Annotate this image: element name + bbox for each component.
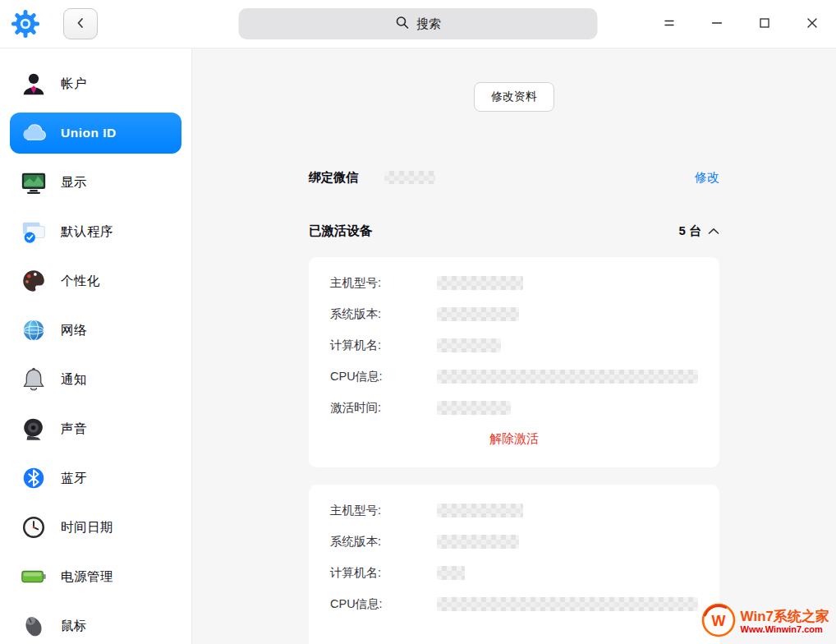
sidebar-item-label: 网络 bbox=[61, 322, 87, 339]
titlebar: 搜索 bbox=[0, 0, 836, 48]
battery-icon bbox=[18, 561, 49, 592]
menu-icon bbox=[663, 17, 676, 31]
palette-icon bbox=[18, 265, 49, 297]
menu-button[interactable] bbox=[645, 0, 693, 48]
bell-icon bbox=[18, 364, 49, 395]
device-field-row: 计算机名: bbox=[330, 338, 698, 352]
sidebar-item-account[interactable]: 帐户 bbox=[10, 63, 181, 104]
svg-text:W: W bbox=[711, 613, 725, 629]
clock-icon bbox=[18, 512, 49, 543]
device-field-row: 系统版本: bbox=[330, 534, 698, 549]
chevron-up-icon[interactable] bbox=[708, 228, 719, 235]
device-field-row: 系统版本: bbox=[330, 306, 698, 321]
minimize-icon bbox=[711, 17, 723, 31]
sidebar-item-label: 电源管理 bbox=[61, 568, 113, 586]
sidebar-item-personalization[interactable]: 个性化 bbox=[10, 260, 181, 301]
window-controls bbox=[645, 0, 836, 48]
redacted-value bbox=[437, 597, 698, 611]
sidebar-item-union-id[interactable]: Union ID bbox=[10, 113, 181, 154]
close-button[interactable] bbox=[788, 0, 836, 48]
cloud-icon bbox=[18, 117, 49, 149]
sidebar-item-sound[interactable]: 声音 bbox=[10, 408, 181, 449]
redacted-value bbox=[437, 535, 519, 549]
bluetooth-icon bbox=[18, 462, 49, 494]
sidebar-item-bluetooth[interactable]: 蓝牙 bbox=[10, 458, 181, 499]
redacted-value bbox=[437, 338, 501, 352]
mouse-icon bbox=[18, 610, 49, 642]
device-field-label: CPU信息: bbox=[330, 369, 420, 384]
minimize-button[interactable] bbox=[693, 0, 741, 48]
sidebar-item-label: 帐户 bbox=[61, 76, 87, 93]
device-field-label: CPU信息: bbox=[330, 596, 420, 612]
search-icon bbox=[395, 16, 409, 32]
maximize-button[interactable] bbox=[741, 0, 788, 48]
sidebar-item-label: 默认程序 bbox=[61, 223, 113, 241]
device-field-label: 激活时间: bbox=[330, 400, 420, 416]
device-field-row: 激活时间: bbox=[330, 400, 698, 415]
sidebar-item-display[interactable]: 显示 bbox=[10, 162, 181, 203]
sidebar-item-datetime[interactable]: 时间日期 bbox=[10, 507, 181, 548]
sidebar-item-default-apps[interactable]: 默认程序 bbox=[10, 211, 181, 252]
redacted-value bbox=[437, 566, 465, 580]
redacted-value bbox=[437, 276, 523, 290]
sidebar: 帐户 Union ID 显示 bbox=[0, 48, 192, 644]
watermark: W Win7系统之家 Www.Winwin7.com bbox=[701, 603, 829, 641]
redacted-value bbox=[384, 171, 435, 184]
winwin7-logo: W bbox=[701, 603, 736, 641]
device-field-label: 计算机名: bbox=[330, 338, 420, 353]
device-card: 主机型号: 系统版本: 计算机名: CPU信息: bbox=[309, 485, 719, 644]
chevron-left-icon bbox=[74, 16, 87, 32]
wechat-label: 绑定微信 bbox=[309, 170, 358, 186]
device-field-row: 主机型号: bbox=[330, 503, 698, 518]
display-icon bbox=[18, 167, 49, 198]
sidebar-item-mouse[interactable]: 鼠标 bbox=[10, 605, 181, 644]
devices-count: 5 台 bbox=[678, 223, 701, 239]
redacted-value bbox=[437, 307, 519, 321]
redacted-value bbox=[437, 401, 511, 415]
device-field-row: 计算机名: bbox=[330, 565, 698, 580]
device-field-label: 系统版本: bbox=[330, 534, 420, 550]
sidebar-item-label: 鼠标 bbox=[61, 618, 87, 635]
user-icon bbox=[18, 68, 49, 99]
edit-profile-button[interactable]: 修改资料 bbox=[474, 82, 554, 112]
union-id-content: 修改资料 绑定微信 修改 已激活设备 5 台 主机型号: bbox=[309, 82, 719, 644]
sidebar-item-notifications[interactable]: 通知 bbox=[10, 359, 181, 400]
device-field-row: CPU信息: bbox=[330, 596, 698, 611]
sidebar-item-label: 声音 bbox=[61, 421, 87, 438]
speaker-icon bbox=[18, 413, 49, 444]
search-label: 搜索 bbox=[416, 16, 441, 32]
default-apps-icon bbox=[18, 216, 49, 247]
sidebar-item-label: 蓝牙 bbox=[61, 470, 87, 487]
device-field-label: 主机型号: bbox=[330, 275, 420, 291]
device-field-row: CPU信息: bbox=[330, 369, 698, 384]
sidebar-item-label: 通知 bbox=[61, 371, 87, 389]
device-field-label: 计算机名: bbox=[330, 565, 420, 581]
device-field-label: 系统版本: bbox=[330, 306, 420, 322]
settings-window: 搜索 bbox=[0, 0, 836, 644]
deactivate-link[interactable]: 解除激活 bbox=[330, 431, 698, 448]
modify-link[interactable]: 修改 bbox=[695, 170, 719, 186]
redacted-value bbox=[437, 370, 698, 384]
main-panel: 修改资料 绑定微信 修改 已激活设备 5 台 主机型号: bbox=[192, 48, 836, 644]
back-button[interactable] bbox=[63, 8, 98, 39]
device-field-row: 主机型号: bbox=[330, 275, 698, 290]
device-card: 主机型号: 系统版本: 计算机名: CPU信息: 激活时间: bbox=[309, 257, 719, 467]
device-field-label: 主机型号: bbox=[330, 503, 420, 518]
watermark-text: Win7系统之家 Www.Winwin7.com bbox=[741, 609, 829, 635]
settings-gear-icon bbox=[11, 9, 40, 39]
sidebar-item-label: 显示 bbox=[61, 174, 87, 191]
search-input[interactable]: 搜索 bbox=[239, 8, 598, 39]
sidebar-item-label: Union ID bbox=[61, 126, 117, 140]
sidebar-item-network[interactable]: 网络 bbox=[10, 310, 181, 351]
sidebar-item-label: 时间日期 bbox=[61, 519, 113, 536]
watermark-url: Www.Winwin7.com bbox=[741, 624, 829, 635]
wechat-binding-row: 绑定微信 修改 bbox=[309, 168, 719, 187]
redacted-value bbox=[437, 504, 523, 518]
close-icon bbox=[806, 17, 818, 31]
maximize-icon bbox=[759, 17, 770, 31]
globe-icon bbox=[18, 315, 49, 346]
sidebar-item-power[interactable]: 电源管理 bbox=[10, 556, 181, 597]
activated-devices-header: 已激活设备 5 台 bbox=[309, 222, 719, 240]
watermark-title: Win7系统之家 bbox=[741, 609, 829, 624]
sidebar-item-label: 个性化 bbox=[61, 273, 100, 290]
